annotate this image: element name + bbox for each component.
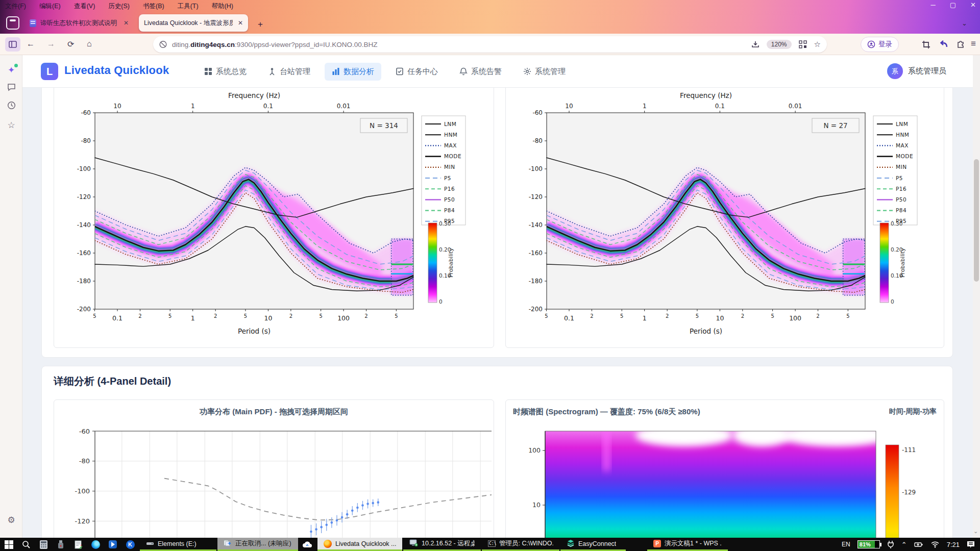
edge-icon[interactable] (87, 538, 104, 551)
nav-item-bell[interactable]: 系统告警 (452, 63, 509, 81)
close-button[interactable]: ✕ (970, 1, 976, 9)
taskbar-icon-cloud[interactable] (298, 538, 316, 551)
scrollbar[interactable]: ⌄ (973, 55, 980, 538)
taskbar-button-1[interactable]: 正在取消... (未响应) (217, 538, 298, 551)
taskbar-button-label: Livedata Quicklook ... (335, 540, 396, 547)
input-language-indicator[interactable]: EN (842, 541, 850, 548)
svg-text:P84: P84 (444, 207, 455, 213)
pdf-detail-plot[interactable]: -60-80-100-120(dB) (54, 420, 493, 538)
wifi-icon[interactable] (930, 541, 940, 548)
spectrogram-plot[interactable]: 10010周期 (s)-111-129(dB) (506, 420, 944, 538)
account-icon (867, 40, 875, 48)
scrollbar-thumb[interactable] (974, 159, 979, 282)
svg-text:2: 2 (590, 313, 593, 319)
svg-text:-200: -200 (77, 306, 91, 313)
search-icon[interactable] (17, 538, 35, 551)
menu-item-6[interactable]: 帮助(H) (212, 2, 233, 11)
zoom-level-pill[interactable]: 120% (767, 40, 792, 49)
easyconnect-icon (567, 539, 575, 549)
menu-item-4[interactable]: 书签(B) (143, 2, 164, 11)
browser-tab-0[interactable]: 谛听生态软件初次测试说明✕ (24, 14, 134, 32)
taskbar-button-3[interactable]: Livedata Quicklook ... (317, 538, 402, 551)
tab-close-icon[interactable]: ✕ (124, 19, 129, 27)
menu-item-1[interactable]: 编辑(E) (39, 2, 61, 11)
bookmark-star-icon[interactable]: ☆ (814, 40, 821, 49)
taskbar-button-7[interactable]: P演示文稿1 * - WPS ... (647, 538, 728, 551)
svg-text:-60: -60 (79, 428, 90, 435)
power-plug-icon[interactable] (887, 540, 894, 548)
tray-expand-chevron[interactable]: ⌃ (901, 541, 907, 548)
reload-button[interactable]: ⟳ (67, 39, 74, 49)
taskbar-button-label: 管理员: C:\WINDO... (499, 539, 553, 548)
taskbar-button-4[interactable]: 10.2.16.52 - 远程桌... (403, 538, 481, 551)
calculator-icon[interactable] (35, 538, 52, 551)
back-button[interactable]: ← (27, 39, 35, 48)
extensions-puzzle-icon[interactable] (957, 40, 966, 49)
usb-drive-icon[interactable] (52, 538, 69, 551)
browser-tab-1[interactable]: Livedata Quicklook - 地震波形质✕ (139, 14, 248, 32)
undo-arrow-icon[interactable] (939, 40, 949, 49)
battery-indicator[interactable]: 81% (857, 540, 880, 548)
minimize-button[interactable]: ─ (931, 1, 936, 9)
nav-item-station[interactable]: 台站管理 (261, 63, 317, 81)
taskbar-button-5[interactable]: C:\管理员: C:\WINDO... (482, 538, 559, 551)
menu-item-3[interactable]: 历史(S) (108, 2, 130, 11)
forward-button[interactable]: → (47, 39, 55, 48)
maximize-button[interactable]: ▢ (950, 1, 956, 9)
app-title: Livedata Quicklook (64, 64, 169, 77)
download-icon[interactable] (751, 40, 760, 48)
nav-item-chart[interactable]: 数据分析 (325, 63, 381, 81)
action-center-icon[interactable] (967, 541, 975, 548)
account-login-button[interactable]: 登录 (861, 37, 899, 52)
svg-text:N = 314: N = 314 (370, 121, 398, 130)
svg-text:MAX: MAX (444, 142, 457, 148)
svg-text:Period (s): Period (s) (690, 327, 722, 335)
start-icon[interactable] (0, 538, 17, 551)
menu-item-0[interactable]: 文件(F) (5, 2, 26, 11)
menu-item-2[interactable]: 查看(V) (74, 2, 95, 11)
firefox-icon (324, 540, 332, 548)
sidebar-toggle-button[interactable] (5, 37, 20, 52)
battery-plug-tray-icon[interactable] (914, 541, 923, 548)
notepad-icon[interactable] (69, 538, 87, 551)
qr-scan-icon[interactable] (799, 40, 807, 48)
svg-text:P16: P16 (896, 186, 906, 192)
hamburger-menu-icon[interactable]: ≡ (971, 39, 976, 49)
ai-sparkle-icon[interactable]: ✦ (5, 64, 17, 77)
nav-item-grid[interactable]: 系统总览 (197, 63, 254, 81)
url-bar[interactable]: diting.diting4eqs.cn:9300/ppsd-viewer?pp… (153, 36, 827, 53)
ppsd-plot-left[interactable]: Frequency (Hz)1010.10.01-60-80-100-120-1… (54, 88, 493, 343)
menu-item-5[interactable]: 工具(T) (178, 2, 199, 11)
screenshot-crop-icon[interactable] (922, 40, 930, 49)
player-icon[interactable] (104, 538, 121, 551)
tab-close-icon[interactable]: ✕ (238, 19, 243, 27)
home-button[interactable]: ⌂ (87, 39, 92, 48)
svg-text:0.01: 0.01 (337, 103, 351, 110)
bookmark-star-sidebar-icon[interactable]: ☆ (5, 119, 17, 132)
nav-item-tasks[interactable]: 任务中心 (388, 63, 445, 81)
kplayer-icon[interactable]: K (121, 538, 139, 551)
all-tabs-button[interactable]: ⌄ (962, 19, 967, 27)
svg-text:2: 2 (364, 313, 368, 319)
status-dot (14, 64, 18, 67)
svg-text:5: 5 (168, 313, 172, 319)
taskbar-button-0[interactable]: Elements (E:) (140, 538, 216, 551)
tasks-icon (396, 67, 404, 76)
tab-manager-icon[interactable] (6, 16, 19, 30)
svg-text:0.30: 0.30 (891, 220, 902, 227)
clock[interactable]: 7:21 (947, 541, 960, 548)
new-tab-button[interactable]: + (258, 19, 263, 30)
ppsd-plot-right[interactable]: Frequency (Hz)1010.10.01-60-80-100-120-1… (506, 88, 944, 343)
taskbar-button-6[interactable]: EasyConnect (560, 538, 626, 551)
svg-text:0.1: 0.1 (715, 103, 725, 110)
settings-gear-icon[interactable]: ⚙ (5, 514, 17, 527)
nav-label: 系统总览 (216, 67, 247, 77)
user-box[interactable]: 系 系统管理员 (887, 63, 946, 79)
shield-permissions-icon[interactable] (159, 40, 167, 48)
svg-text:P84: P84 (896, 207, 906, 213)
nav-item-gear[interactable]: 系统管理 (516, 63, 573, 81)
scrollbar-down-arrow[interactable]: ⌄ (973, 528, 978, 535)
history-clock-icon[interactable] (5, 101, 17, 113)
url-text[interactable]: diting.diting4eqs.cn:9300/ppsd-viewer?pp… (172, 41, 751, 48)
chat-icon[interactable] (5, 83, 17, 95)
